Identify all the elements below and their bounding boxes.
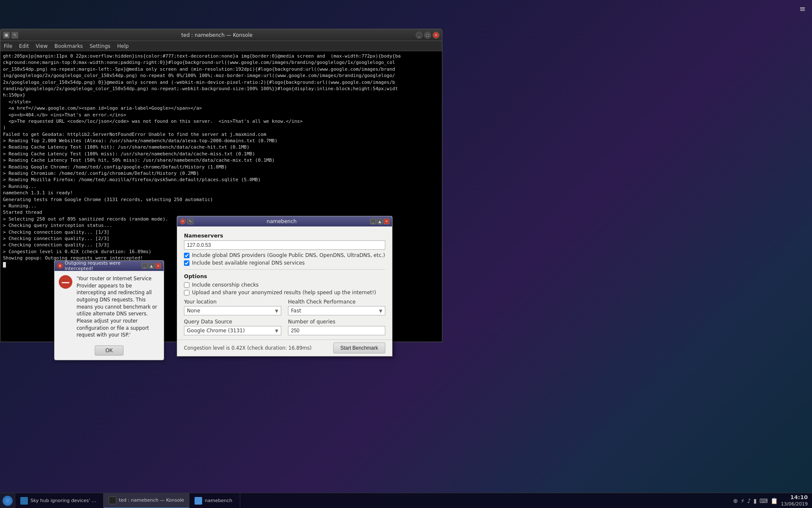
namebench-icon: [195, 497, 202, 505]
konsole-app-icon: ▣: [3, 32, 10, 39]
notif-window-buttons: _ ▲ ✕: [142, 263, 161, 269]
menu-file[interactable]: File: [4, 43, 12, 49]
console-line: Generating tests from Google Chrome (313…: [3, 196, 439, 203]
options-section: Include censorship checks Upload and sha…: [184, 282, 385, 295]
taskbar-app-konsole[interactable]: ted : namebench — Konsole: [104, 493, 189, 508]
nameservers-input[interactable]: [184, 240, 385, 250]
notif-title: Outgoing requests were intercepted!: [65, 260, 140, 271]
include-global-checkbox[interactable]: [184, 253, 189, 258]
health-check-arrow-icon: ▼: [379, 309, 382, 313]
konsole-menubar: File Edit View Bookmarks Settings Help: [0, 41, 442, 51]
include-global-label: Include global DNS providers (Google Pub…: [192, 252, 385, 258]
taskbar-right: ⊕ ⚡ ♪ ▮ ⌨ 📋 14:10 13/06/2019: [733, 494, 812, 507]
ok-button[interactable]: OK: [95, 345, 123, 356]
console-line: > Reading Chromium: /home/ted/.config/ch…: [3, 170, 439, 177]
nb-status-bar: Congestion level is 0.42X (check duratio…: [177, 340, 392, 356]
start-icon: [3, 496, 13, 506]
taskbar-start-button[interactable]: [0, 493, 15, 508]
console-line: <a href=//www.google.com/><span id=logo …: [3, 105, 439, 111]
notif-titlebar: ✕ Outgoing requests were intercepted! _ …: [55, 261, 164, 271]
konsole-title: ted : namebench — Konsole: [20, 32, 414, 38]
notif-minimize-btn[interactable]: _: [142, 263, 148, 269]
konsole-icon: [109, 497, 116, 504]
upload-label: Upload and share your anonymized results…: [192, 290, 376, 295]
network-icon: ⊕: [733, 497, 738, 504]
konsole-maximize-btn[interactable]: □: [424, 32, 431, 39]
hamburger-menu-icon[interactable]: ≡: [799, 4, 806, 13]
taskbar-app-skyHub[interactable]: Sky hub ignoring devices' DNS set...: [15, 493, 104, 508]
taskbar-left: Sky hub ignoring devices' DNS set... ted…: [0, 493, 240, 508]
keyboard-icon: ⌨: [759, 497, 768, 504]
battery-icon: ▮: [754, 497, 757, 504]
nb-titlebar: ✕ ✎ namebench _ ▲ ✕: [177, 216, 392, 226]
query-source-value: Google Chrome (3131): [187, 328, 245, 334]
taskbar-app-namebench[interactable]: namebench: [189, 493, 240, 508]
clock-time: 14:10: [781, 494, 808, 501]
desktop: ≡ ▣ ✎ ted : namebench — Konsole _ □ ✕ Fi…: [0, 0, 812, 508]
menu-edit[interactable]: Edit: [19, 43, 29, 49]
konsole-app-icon2: ✎: [11, 32, 18, 39]
include-regional-label: Include best available regional DNS serv…: [192, 260, 305, 266]
console-line: 2x/googlelogo_color_150x54dp.png) 0}}@me…: [3, 79, 439, 86]
console-line: > Reading Cache Latency Test (100% miss)…: [3, 151, 439, 157]
notif-x-icon: ✕: [57, 263, 63, 269]
konsole-close-btn[interactable]: ✕: [433, 32, 439, 39]
nb-x-icon: ✕: [180, 218, 186, 224]
menu-view[interactable]: View: [36, 43, 47, 49]
censorship-checkbox[interactable]: [184, 282, 189, 288]
taskbar-clock: 14:10 13/06/2019: [781, 494, 808, 507]
console-line: > Reading Google Chrome: /home/ted/.conf…: [3, 164, 439, 170]
menu-help[interactable]: Help: [117, 43, 129, 49]
query-source-col: Query Data Source Google Chrome (3131) ▼: [184, 319, 281, 335]
console-line: ght:205px}p{margin:11px 0 22px;overflow:…: [3, 53, 439, 59]
query-source-arrow-icon: ▼: [275, 329, 278, 333]
location-dropdown[interactable]: None ▼: [184, 306, 281, 315]
skyHub-icon: [20, 497, 28, 505]
console-line: Failed to get Geodata: httplib2.ServerNo…: [3, 131, 439, 138]
nb-close-btn[interactable]: ✕: [384, 218, 390, 224]
console-line: > Reading Top 2,000 Websites (Alexa): /u…: [3, 138, 439, 144]
console-line: Started thread: [3, 209, 439, 215]
menu-bookmarks[interactable]: Bookmarks: [55, 43, 83, 49]
include-global-row: Include global DNS providers (Google Pub…: [184, 252, 385, 258]
upload-row: Upload and share your anonymized results…: [184, 290, 385, 295]
clock-date: 13/06/2019: [781, 501, 808, 507]
nb-minimize-btn[interactable]: _: [370, 218, 376, 224]
options-label: Options: [184, 273, 385, 279]
bluetooth-icon: ⚡: [741, 497, 745, 504]
upload-checkbox[interactable]: [184, 290, 189, 295]
console-line: > Running...: [3, 183, 439, 190]
health-check-col: Health Check Performance Fast ▼: [288, 299, 385, 315]
console-line: > Running...: [3, 203, 439, 209]
censorship-row: Include censorship checks: [184, 282, 385, 288]
location-value: None: [187, 308, 200, 314]
menu-settings[interactable]: Settings: [90, 43, 110, 49]
console-line: <p><b>404.</b> <ins>That's an error.</in…: [3, 112, 439, 118]
console-line: <p>The requested URL <code>/loc/json</co…: [3, 118, 439, 124]
notif-message: 'Your router or Internet Service Provide…: [77, 275, 159, 339]
nb-window-buttons: _ ▲ ✕: [370, 218, 390, 224]
console-line: </style>: [3, 99, 439, 105]
konsole-window-buttons: _ □ ✕: [416, 32, 439, 39]
notif-close-btn[interactable]: ✕: [155, 263, 161, 269]
nameservers-label: Nameservers: [184, 232, 385, 239]
nb-maximize-btn[interactable]: ▲: [377, 218, 383, 224]
notif-body: — 'Your router or Internet Service Provi…: [55, 271, 164, 343]
nb-title: namebench: [195, 218, 368, 224]
health-check-label: Health Check Performance: [288, 299, 385, 305]
nb-other-icon: ✎: [187, 218, 193, 224]
notif-footer: OK: [55, 343, 164, 360]
console-line: > Reading Cache Latency Test (100% hit):…: [3, 144, 439, 150]
console-line: h:150px}: [3, 92, 439, 98]
start-benchmark-button[interactable]: Start Benchmark: [333, 342, 385, 353]
num-queries-input[interactable]: [288, 326, 385, 335]
skyHub-label: Sky hub ignoring devices' DNS set...: [30, 498, 98, 503]
notif-maximize-btn[interactable]: ▲: [148, 263, 154, 269]
query-source-dropdown[interactable]: Google Chrome (3131) ▼: [184, 326, 281, 335]
konsole-titlebar: ▣ ✎ ted : namebench — Konsole _ □ ✕: [0, 29, 442, 41]
error-icon: —: [59, 275, 72, 289]
include-regional-checkbox[interactable]: [184, 260, 189, 266]
konsole-minimize-btn[interactable]: _: [416, 32, 422, 39]
include-regional-row: Include best available regional DNS serv…: [184, 260, 385, 266]
health-check-dropdown[interactable]: Fast ▼: [288, 306, 385, 315]
